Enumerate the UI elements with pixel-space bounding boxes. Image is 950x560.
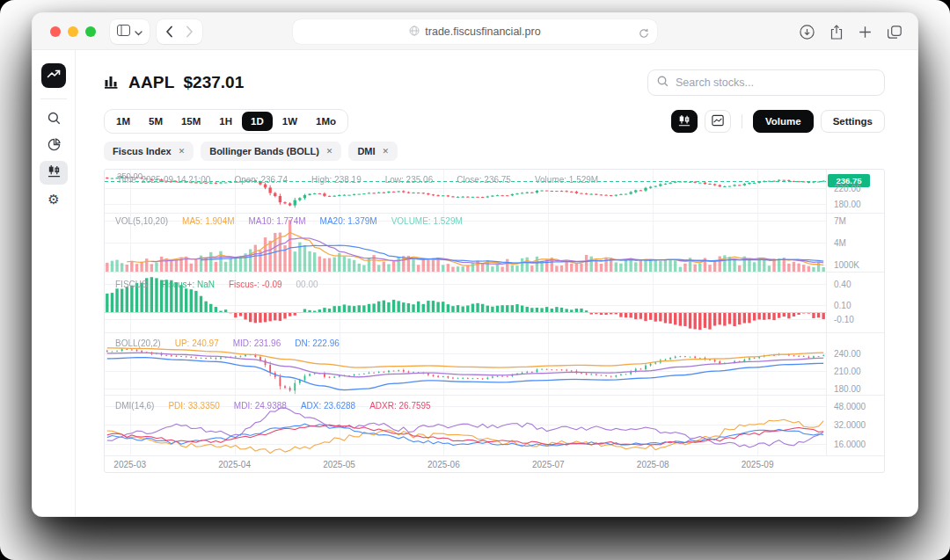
x-axis-label: 2025-08 bbox=[637, 460, 669, 469]
chart-container: 250.00 Time: 2025-09-14 21:00 Open: 236.… bbox=[104, 169, 885, 473]
sidebar-toggle-button[interactable] bbox=[110, 19, 150, 44]
legend-mdi: MDI: 24.9388 bbox=[234, 401, 287, 411]
info-low: Low: 235.06 bbox=[385, 175, 434, 185]
y-tick: 32.0000 bbox=[834, 420, 866, 430]
browser-titlebar: trade.fiscusfinancial.pro bbox=[33, 13, 917, 50]
chip-fiscus-index[interactable]: Fiscus Index✕ bbox=[104, 142, 194, 161]
y-tick: 7M bbox=[834, 216, 846, 226]
timeframe-1h-button[interactable]: 1H bbox=[210, 112, 241, 131]
timeframe-1d-button[interactable]: 1D bbox=[242, 112, 273, 131]
timeframe-15m-button[interactable]: 15M bbox=[172, 112, 209, 131]
legend-up: UP: 240.97 bbox=[175, 338, 219, 348]
x-axis-label: 2025-05 bbox=[323, 460, 355, 469]
bollinger-axis-gutter: 240.00 210.00 180.00 bbox=[826, 333, 884, 395]
traffic-lights bbox=[50, 26, 96, 37]
ohlc-info-row: Time: 2025-09-14 21:00 Open: 236.74 High… bbox=[117, 175, 598, 185]
sidebar-item-charts[interactable] bbox=[40, 161, 68, 185]
legend-fiscus-zero: 00.00 bbox=[296, 280, 318, 289]
toolbar-divider bbox=[742, 114, 742, 128]
fiscus-axis-gutter: 0.40 0.10 -0.10 bbox=[826, 273, 884, 332]
forward-button[interactable] bbox=[186, 25, 194, 38]
close-icon[interactable]: ✕ bbox=[383, 147, 390, 156]
close-icon[interactable]: ✕ bbox=[326, 147, 333, 156]
bar-chart-icon bbox=[104, 73, 120, 92]
new-tab-button[interactable] bbox=[859, 25, 872, 39]
zoom-window-button[interactable] bbox=[85, 26, 96, 37]
legend-mid: MID: 231.96 bbox=[233, 338, 281, 348]
back-button[interactable] bbox=[165, 25, 173, 38]
candlestick-view-button[interactable] bbox=[671, 110, 698, 133]
chip-dmi[interactable]: DMI✕ bbox=[348, 142, 398, 161]
y-tick: 180.00 bbox=[834, 200, 861, 209]
line-view-button[interactable] bbox=[705, 110, 731, 133]
x-axis-label: 2025-06 bbox=[428, 460, 460, 469]
timeframe-1w-button[interactable]: 1W bbox=[274, 112, 306, 131]
candlestick-chart-icon bbox=[48, 164, 61, 181]
timeframe-segmented-control: 1M 5M 15M 1H 1D 1W 1Mo bbox=[104, 109, 348, 134]
y-tick: 240.00 bbox=[834, 349, 861, 359]
volume-panel: VOL(5,10,20) MA5: 1.904M MA10: 1.774M MA… bbox=[105, 214, 884, 273]
x-axis-label: 2025-09 bbox=[742, 460, 774, 469]
close-window-button[interactable] bbox=[50, 26, 61, 37]
legend-adxr: ADXR: 26.7595 bbox=[369, 401, 431, 411]
stock-search-box bbox=[647, 69, 885, 96]
info-high: High: 238.19 bbox=[311, 175, 362, 185]
chip-label: Bollinger Bands (BOLL) bbox=[209, 146, 319, 156]
chart-toolbar: 1M 5M 15M 1H 1D 1W 1Mo Volume Settings bbox=[104, 109, 885, 134]
settings-button[interactable]: Settings bbox=[821, 110, 885, 133]
address-bar[interactable]: trade.fiscusfinancial.pro bbox=[293, 19, 657, 44]
symbol-ticker: AAPL bbox=[128, 73, 175, 92]
app-sidebar: ⚙ bbox=[33, 50, 76, 516]
timeframe-1mo-button[interactable]: 1Mo bbox=[307, 112, 345, 131]
price-axis-gutter: 236.75 220.00 180.00 bbox=[826, 170, 884, 213]
legend-volume: VOLUME: 1.529M bbox=[391, 216, 463, 226]
timeframe-5m-button[interactable]: 5M bbox=[140, 112, 172, 131]
share-button[interactable] bbox=[830, 25, 843, 40]
pie-chart-icon bbox=[48, 138, 61, 155]
sidebar-item-portfolio[interactable] bbox=[40, 135, 68, 158]
chip-label: Fiscus Index bbox=[113, 146, 172, 156]
chip-label: DMI bbox=[357, 146, 375, 156]
y-tick: 4M bbox=[834, 238, 846, 248]
legend-fiscus-minus: Fiscus-: -0.09 bbox=[229, 280, 282, 289]
minimize-window-button[interactable] bbox=[68, 26, 78, 37]
reload-button[interactable] bbox=[639, 26, 649, 42]
chip-bollinger-bands[interactable]: Bollinger Bands (BOLL)✕ bbox=[201, 142, 341, 161]
fiscus-panel: FISCUS Fiscus+: NaN Fiscus-: -0.09 00.00… bbox=[105, 273, 884, 333]
bollinger-panel: BOLL(20,2) UP: 240.97 MID: 231.96 DN: 22… bbox=[105, 333, 884, 396]
y-tick: 210.00 bbox=[834, 367, 861, 376]
symbol-price: $237.01 bbox=[184, 73, 245, 92]
stock-search-input[interactable] bbox=[676, 76, 875, 89]
browser-window: trade.fiscusfinancial.pro ⚙ bbox=[32, 12, 918, 517]
sidebar-item-settings[interactable]: ⚙ bbox=[40, 187, 68, 211]
app-logo[interactable] bbox=[41, 63, 66, 88]
chevron-down-icon bbox=[135, 24, 142, 40]
search-icon bbox=[657, 75, 669, 91]
y-tick: 1000K bbox=[834, 260, 859, 270]
x-axis-label: 2025-04 bbox=[218, 460, 251, 469]
legend-title: FISCUS bbox=[115, 280, 148, 289]
close-icon[interactable]: ✕ bbox=[179, 147, 186, 156]
search-icon bbox=[48, 112, 61, 128]
legend-ma10: MA10: 1.774M bbox=[249, 216, 306, 226]
sidebar-icon bbox=[117, 24, 130, 40]
legend-dn: DN: 222.96 bbox=[295, 338, 340, 348]
info-close: Close: 236.75 bbox=[457, 175, 511, 185]
y-tick: 16.0000 bbox=[834, 440, 866, 449]
dmi-panel: DMI(14,6) PDI: 33.3350 MDI: 24.9388 ADX:… bbox=[105, 396, 884, 456]
y-tick: 0.40 bbox=[834, 280, 851, 289]
y-tick: 180.00 bbox=[834, 384, 861, 394]
dmi-legend: DMI(14,6) PDI: 33.3350 MDI: 24.9388 ADX:… bbox=[115, 401, 431, 411]
sidebar-item-search[interactable] bbox=[40, 108, 68, 132]
tab-overview-button[interactable] bbox=[888, 25, 902, 39]
downloads-button[interactable] bbox=[800, 25, 815, 40]
timeframe-1m-button[interactable]: 1M bbox=[107, 112, 139, 131]
info-time: Time: 2025-09-14 21:00 bbox=[117, 175, 210, 185]
legend-pdi: PDI: 33.3350 bbox=[168, 401, 219, 411]
x-axis: 2025-03 2025-04 2025-05 2025-06 2025-07 … bbox=[105, 456, 884, 474]
chrome-actions bbox=[800, 13, 902, 50]
main-content: AAPL $237.01 1M 5M 15M 1H 1D 1W 1Mo bbox=[76, 50, 917, 516]
info-volume: Volume: 1.529M bbox=[535, 175, 598, 185]
volume-axis-gutter: 7M 4M 1000K bbox=[826, 214, 884, 272]
volume-toggle-button[interactable]: Volume bbox=[753, 110, 814, 133]
